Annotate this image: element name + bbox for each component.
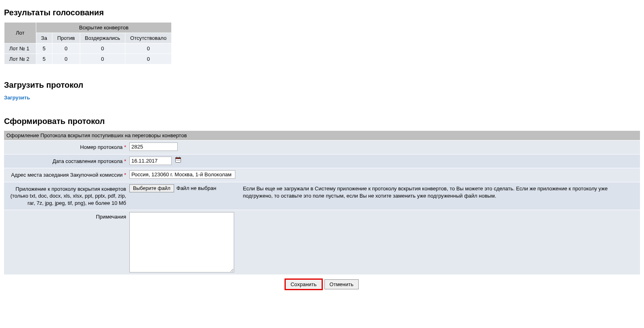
table-row: Лот № 2 5 0 0 0 — [4, 54, 172, 64]
svg-rect-1 — [176, 157, 181, 159]
notes-label: Примечания — [6, 212, 129, 222]
save-button[interactable]: Сохранить — [285, 279, 322, 289]
cell-lot: Лот № 2 — [4, 54, 36, 64]
cell-for: 5 — [36, 54, 52, 64]
col-abstain: Воздержались — [80, 33, 125, 43]
form-heading: Сформировать протокол — [4, 117, 640, 126]
results-heading: Результаты голосования — [4, 8, 640, 17]
svg-rect-6 — [179, 160, 180, 161]
svg-rect-2 — [177, 157, 177, 158]
col-lot: Лот — [4, 23, 36, 43]
col-group: Вскрытие конвертов — [36, 23, 171, 33]
form-header-bar: Оформление Протокола вскрытия поступивши… — [4, 131, 640, 140]
form-buttons: Сохранить Отменить — [4, 274, 640, 291]
upload-link[interactable]: Загрузить — [4, 95, 30, 101]
cancel-button[interactable]: Отменить — [324, 279, 359, 289]
cell-absent: 0 — [125, 54, 172, 64]
protocol-form: Оформление Протокола вскрытия поступивши… — [4, 131, 640, 274]
calendar-icon[interactable] — [175, 157, 181, 163]
cell-abstain: 0 — [80, 43, 125, 54]
attachment-help-text: Если Вы еще не загружали в Систему прило… — [219, 184, 638, 200]
notes-textarea[interactable] — [129, 212, 234, 272]
choose-file-button[interactable]: Выберите файл — [129, 184, 174, 192]
cell-against: 0 — [52, 54, 80, 64]
voting-results-table: Лот Вскрытие конвертов За Против Воздерж… — [4, 22, 172, 64]
svg-rect-4 — [177, 160, 177, 161]
col-against: Против — [52, 33, 80, 43]
attachment-label: Приложение к протоколу вскрытия конверто… — [6, 184, 129, 208]
table-row: Лот № 1 5 0 0 0 — [4, 43, 172, 54]
cell-against: 0 — [52, 43, 80, 54]
address-input[interactable] — [129, 170, 235, 179]
col-absent: Отсутствовало — [125, 33, 172, 43]
upload-heading: Загрузить протокол — [4, 80, 640, 90]
number-label: Номер протокола * — [6, 142, 129, 152]
date-label: Дата составления протокола * — [6, 157, 129, 166]
file-status-text: Файл не выбран — [177, 184, 216, 191]
svg-rect-5 — [178, 160, 179, 161]
cell-for: 5 — [36, 43, 52, 54]
col-for: За — [36, 33, 52, 43]
cell-abstain: 0 — [80, 54, 125, 64]
cell-absent: 0 — [125, 43, 172, 54]
cell-lot: Лот № 1 — [4, 43, 36, 54]
protocol-date-input[interactable] — [129, 157, 172, 165]
svg-rect-3 — [179, 157, 180, 158]
protocol-number-input[interactable] — [129, 142, 178, 151]
address-label: Адрес места заседания Закупочной комисси… — [6, 170, 129, 180]
